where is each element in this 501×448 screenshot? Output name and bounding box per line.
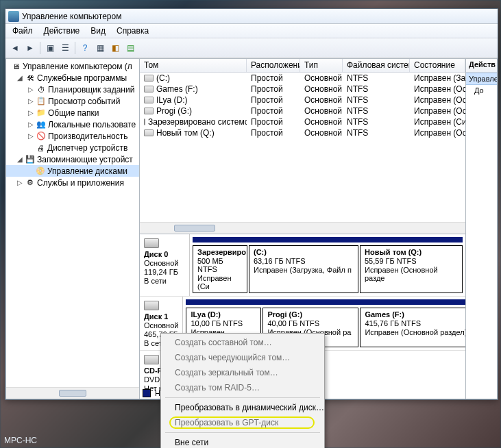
tree-item-event-viewer[interactable]: ▷📋Просмотр событий bbox=[6, 95, 139, 107]
services-icon: ⚙ bbox=[25, 177, 36, 188]
disk-label[interactable]: Диск 0Основной119,24 ГБВ сети bbox=[140, 234, 190, 296]
up-button[interactable]: ▣ bbox=[43, 41, 57, 55]
table-row[interactable]: Games (F:)ПростойОсновнойNTFSИсправен (О… bbox=[140, 84, 465, 95]
partition-size: 500 МБ NTFS bbox=[197, 257, 243, 273]
partition-name: Games (F:) bbox=[365, 310, 465, 319]
menu-file[interactable]: Файл bbox=[7, 25, 38, 37]
cell-fs: NTFS bbox=[343, 73, 410, 83]
col-fs[interactable]: Файловая система bbox=[343, 59, 410, 72]
col-status[interactable]: Состояние bbox=[410, 59, 465, 72]
refresh-button[interactable]: ▦ bbox=[93, 41, 107, 55]
tree-item-task-scheduler[interactable]: ▷⏱Планировщик заданий bbox=[6, 84, 139, 95]
ctx-separator bbox=[165, 397, 320, 398]
table-row[interactable]: Зарезервировано системойПростойОсновнойN… bbox=[140, 116, 465, 127]
titlebar[interactable]: Управление компьютером bbox=[5, 9, 498, 24]
col-volume[interactable]: Том bbox=[140, 59, 247, 72]
col-type[interactable]: Тип bbox=[300, 59, 343, 72]
ctx-convert-dynamic[interactable]: Преобразовать в динамический диск… bbox=[162, 400, 323, 415]
disk-size: 119,24 ГБ bbox=[144, 268, 185, 276]
scrollbar-thumb[interactable] bbox=[59, 390, 86, 397]
partition-state: Исправен (Си bbox=[197, 274, 243, 290]
menu-help[interactable]: Справка bbox=[111, 25, 154, 37]
ctx-create-mirrored[interactable]: Создать зеркальный том… bbox=[162, 365, 323, 380]
toolbar: ◄ ► ▣ ☰ ? ▦ ◧ ▤ bbox=[5, 38, 498, 58]
icon-button[interactable]: ▤ bbox=[123, 41, 137, 55]
ctx-convert-gpt[interactable]: Преобразовать в GPT-диск bbox=[162, 415, 323, 430]
tree-group-storage[interactable]: ◢💾Запоминающие устройст bbox=[6, 153, 139, 165]
properties-button[interactable]: ☰ bbox=[58, 41, 72, 55]
legend-swatch bbox=[143, 389, 151, 397]
collapse-icon[interactable]: ◢ bbox=[16, 74, 23, 82]
partition-size: 415,76 ГБ NTFS bbox=[365, 319, 465, 327]
clock-icon: ⏱ bbox=[36, 84, 47, 95]
partition-name: ILya (D:) bbox=[191, 310, 256, 319]
table-row[interactable]: Progi (G:)ПростойОсновнойNTFSИсправен (О… bbox=[140, 105, 465, 116]
partition-state: Исправен (Загрузка, Файл п bbox=[254, 266, 354, 274]
expand-icon[interactable]: ▷ bbox=[27, 86, 34, 93]
partition[interactable]: Новый том (Q:)55,59 ГБ NTFSИсправен (Осн… bbox=[360, 245, 463, 293]
col-layout[interactable]: Расположение bbox=[247, 59, 300, 72]
volume-list-scrollbar[interactable] bbox=[140, 222, 465, 234]
volume-icon bbox=[144, 86, 154, 92]
tools-icon: 🛠 bbox=[25, 73, 36, 84]
ctx-create-striped[interactable]: Создать чередующийся том… bbox=[162, 350, 323, 365]
cell-type: Основной bbox=[300, 95, 343, 105]
table-row[interactable]: Новый том (Q:)ПростойОсновнойNTFSИсправе… bbox=[140, 127, 465, 138]
ctx-create-spanned[interactable]: Создать составной том… bbox=[162, 335, 323, 350]
expand-icon[interactable]: ▷ bbox=[27, 121, 34, 128]
scrollbar-thumb[interactable] bbox=[174, 225, 215, 232]
actions-item-more[interactable]: До bbox=[466, 85, 497, 96]
cell-type: Основной bbox=[300, 73, 343, 83]
cell-fs: NTFS bbox=[343, 106, 410, 116]
table-row[interactable]: ILya (D:)ПростойОсновнойNTFSИсправен (Ос… bbox=[140, 95, 465, 105]
partition-name: Новый том (Q:) bbox=[365, 248, 458, 256]
tree-item-shared-folders[interactable]: ▷📁Общие папки bbox=[6, 107, 139, 119]
expand-icon[interactable]: ▷ bbox=[16, 179, 23, 186]
tree-group-system-tools[interactable]: ◢🛠Служебные программы bbox=[6, 72, 139, 84]
expand-icon[interactable]: ▷ bbox=[27, 109, 34, 116]
actions-pane: Действ Управле До bbox=[466, 58, 498, 399]
ctx-separator bbox=[165, 432, 320, 433]
expand-icon[interactable]: ▷ bbox=[27, 132, 34, 140]
disk-icon bbox=[144, 355, 159, 364]
partition-state: Исправен (Основной раздел) bbox=[365, 328, 465, 336]
disk-partitions: Зарезервиро500 МБ NTFSИсправен (Си(C:)63… bbox=[190, 234, 465, 296]
tree-group-services[interactable]: ▷⚙Службы и приложения bbox=[6, 177, 139, 188]
volume-icon bbox=[144, 119, 145, 125]
icon-button[interactable]: ◧ bbox=[108, 41, 122, 55]
cell-layout: Простой bbox=[247, 95, 300, 105]
cell-status: Исправен (Основной ра bbox=[410, 84, 465, 94]
cell-status: Исправен (Загрузка, Фай bbox=[410, 73, 465, 83]
tree-item-local-users[interactable]: ▷👥Локальные пользовате bbox=[6, 119, 139, 130]
tree-item-disk-management[interactable]: 📀Управление дисками bbox=[6, 165, 139, 177]
tree-root[interactable]: 🖥Управление компьютером (л bbox=[6, 60, 139, 72]
partition[interactable]: Games (F:)415,76 ГБ NTFSИсправен (Основн… bbox=[360, 308, 465, 347]
tree-item-device-manager[interactable]: 🖨Диспетчер устройств bbox=[6, 142, 139, 153]
tree-scrollbar[interactable] bbox=[6, 387, 139, 399]
cell-fs: NTFS bbox=[343, 84, 410, 94]
cell-status: Исправен (Основной ра bbox=[410, 95, 465, 105]
menu-action[interactable]: Действие bbox=[38, 25, 86, 37]
cell-volume: Зарезервировано системой bbox=[140, 117, 247, 127]
partition[interactable]: (C:)63,16 ГБ NTFSИсправен (Загрузка, Фай… bbox=[249, 245, 358, 293]
ctx-create-raid5[interactable]: Создать том RAID-5… bbox=[162, 380, 323, 395]
help-button[interactable]: ? bbox=[78, 41, 92, 55]
volume-icon bbox=[144, 129, 154, 136]
disk-row: Диск 0Основной119,24 ГБВ сетиЗарезервиро… bbox=[140, 234, 465, 297]
forward-button[interactable]: ► bbox=[23, 41, 37, 55]
back-button[interactable]: ◄ bbox=[8, 41, 22, 55]
menu-view[interactable]: Вид bbox=[85, 25, 111, 37]
expand-icon[interactable]: ▷ bbox=[27, 97, 34, 105]
cell-fs: NTFS bbox=[343, 95, 410, 105]
partition[interactable]: Зарезервиро500 МБ NTFSИсправен (Си bbox=[193, 245, 247, 293]
volume-list-header: Том Расположение Тип Файловая система Со… bbox=[140, 59, 465, 73]
tree-item-performance[interactable]: ▷🚫Производительность bbox=[6, 130, 139, 142]
ctx-offline[interactable]: Вне сети bbox=[162, 435, 323, 448]
table-row[interactable]: (C:)ПростойОсновнойNTFSИсправен (Загрузк… bbox=[140, 73, 465, 84]
cell-volume: Games (F:) bbox=[140, 84, 247, 94]
cell-layout: Простой bbox=[247, 128, 300, 138]
cell-fs: NTFS bbox=[343, 117, 410, 127]
collapse-icon[interactable]: ◢ bbox=[16, 155, 23, 163]
actions-item-disk-management[interactable]: Управле bbox=[466, 73, 497, 85]
app-icon bbox=[8, 11, 19, 22]
